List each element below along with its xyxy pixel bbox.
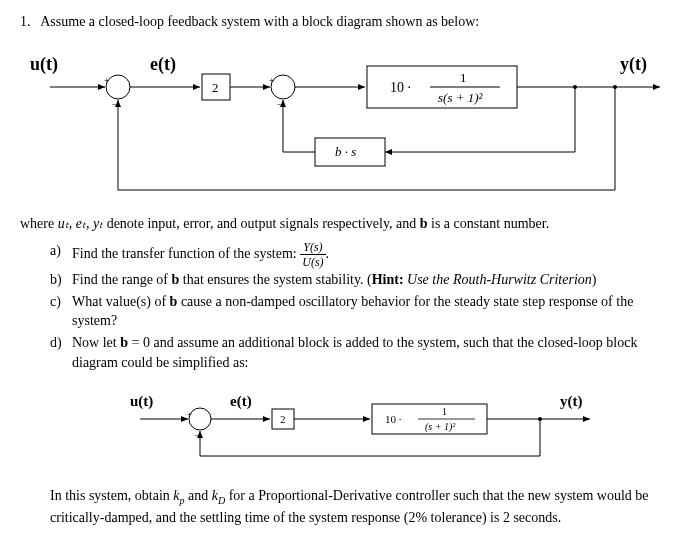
diagram1-svg: u(t) + − e(t) 2 + − 10 · 1 s(s + 1)² y(t… [20, 42, 680, 202]
where-part-1: where [20, 216, 58, 231]
error-label: e(t) [150, 54, 176, 75]
tf-prefix: 10 · [390, 80, 411, 95]
part-d-bold: b [120, 335, 128, 350]
part-d-text1: Now let [72, 335, 120, 350]
question-prompt: 1. Assume a closed-loop feedback system … [20, 12, 680, 32]
d2-error-label: e(t) [230, 393, 252, 410]
block-diagram-1: u(t) + − e(t) 2 + − 10 · 1 s(s + 1)² y(t… [20, 42, 680, 202]
tf-frac-num: Y(s) [300, 241, 325, 255]
after-text-1: In this system, obtain [50, 488, 173, 503]
transfer-function-fraction: Y(s) U(s) [300, 241, 325, 268]
block-diagram-2: u(t) + − e(t) 2 10 · 1 (s + 1)² y(t) [20, 384, 680, 474]
d2-tf-prefix: 10 · [385, 413, 402, 425]
part-c-text: What value(s) of b cause a non-damped os… [72, 292, 680, 331]
part-b-hint-text: Use the Routh-Hurwitz Criterion [404, 272, 592, 287]
part-b: b) Find the range of b that ensures the … [50, 270, 680, 290]
after-text-2: and [185, 488, 212, 503]
part-a-text: Find the transfer function of the system… [72, 241, 680, 268]
diagram2-svg: u(t) + − e(t) 2 10 · 1 (s + 1)² y(t) [70, 384, 630, 474]
where-text: where uₜ, eₜ, yₜ denote input, error, an… [20, 214, 680, 234]
input-label: u(t) [30, 54, 58, 75]
part-c-text1: What value(s) of [72, 294, 170, 309]
tf-den: s(s + 1)² [438, 90, 484, 105]
feedback-block-label: b · s [335, 144, 356, 159]
part-c: c) What value(s) of b cause a non-damped… [50, 292, 680, 331]
part-b-text2: that ensures the system stability. ( [179, 272, 371, 287]
tf-num: 1 [460, 70, 467, 85]
d2-tf-den: (s + 1)² [425, 421, 456, 433]
part-d-label: d) [50, 333, 72, 372]
svg-text:+: + [269, 75, 275, 86]
part-d-text2: = 0 and assume an additional block is ad… [72, 335, 637, 370]
tf-frac-den: U(s) [300, 255, 325, 268]
svg-text:+: + [104, 75, 110, 86]
where-vars: uₜ, eₜ, yₜ [58, 216, 103, 231]
part-b-hint-label: Hint: [372, 272, 404, 287]
d2-summing-junction [189, 408, 211, 430]
part-b-text: Find the range of b that ensures the sys… [72, 270, 680, 290]
d2-tf-num: 1 [442, 406, 447, 417]
question-text: Assume a closed-loop feedback system wit… [40, 14, 479, 29]
svg-text:+: + [187, 409, 192, 419]
part-b-text1: Find the range of [72, 272, 172, 287]
part-a: a) Find the transfer function of the sys… [50, 241, 680, 268]
part-d: d) Now let b = 0 and assume an additiona… [50, 333, 680, 372]
d2-output-label: y(t) [560, 393, 583, 410]
svg-text:−: − [112, 99, 118, 110]
where-bold: b [420, 216, 428, 231]
svg-text:−: − [194, 430, 199, 440]
kp-symbol: kp [173, 488, 184, 503]
where-part-2: denote input, error, and output signals … [107, 216, 420, 231]
sub-questions: a) Find the transfer function of the sys… [50, 241, 680, 372]
part-b-text3: ) [592, 272, 597, 287]
d2-input-label: u(t) [130, 393, 153, 410]
output-label: y(t) [620, 54, 647, 75]
kd-symbol: kD [212, 488, 225, 503]
part-a-label: a) [50, 241, 72, 268]
part-a-trail: . [326, 246, 330, 261]
after-diagram2-section: In this system, obtain kp and kD for a P… [50, 486, 680, 527]
question-number: 1. [20, 14, 31, 29]
d2-gain-label: 2 [280, 413, 286, 425]
part-b-label: b) [50, 270, 72, 290]
part-d-continuation: In this system, obtain kp and kD for a P… [50, 486, 680, 527]
part-d-text: Now let b = 0 and assume an additional b… [72, 333, 680, 372]
gain-block-label: 2 [212, 80, 219, 95]
svg-text:−: − [277, 99, 283, 110]
where-part-3: is a constant number. [431, 216, 549, 231]
part-c-label: c) [50, 292, 72, 331]
part-a-text1: Find the transfer function of the system… [72, 246, 300, 261]
